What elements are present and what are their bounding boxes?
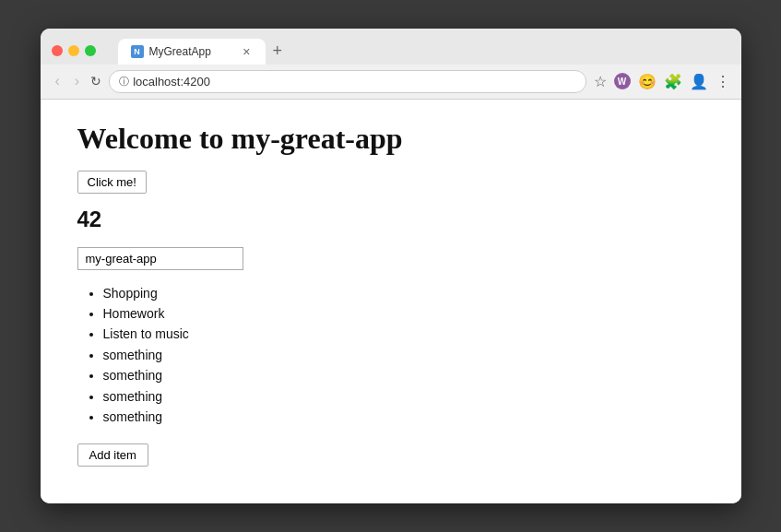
bookmark-icon[interactable]: ☆ xyxy=(594,73,607,90)
click-me-button[interactable]: Click me! xyxy=(77,171,147,194)
profile-avatar-1[interactable]: W xyxy=(614,73,631,89)
list-item: Listen to music xyxy=(103,324,704,344)
list-item: something xyxy=(103,365,704,385)
tab-close-button[interactable]: × xyxy=(241,44,252,59)
emoji-icon: 😊 xyxy=(638,73,657,90)
new-tab-button[interactable]: + xyxy=(266,38,290,65)
toolbar-icons: ☆ W 😊 🧩 👤 ⋮ xyxy=(594,73,730,90)
list-item: Shopping xyxy=(103,283,704,303)
browser-tab[interactable]: N MyGreatApp × xyxy=(118,39,266,65)
forward-button[interactable]: › xyxy=(71,71,83,91)
tab-favicon: N xyxy=(131,45,144,58)
close-window-button[interactable] xyxy=(52,45,63,56)
counter-value: 42 xyxy=(77,207,704,232)
page-title: Welcome to my-great-app xyxy=(77,122,704,156)
user-icon[interactable]: 👤 xyxy=(690,73,708,90)
add-item-button[interactable]: Add item xyxy=(77,443,148,467)
maximize-window-button[interactable] xyxy=(85,45,96,56)
todo-list: ShoppingHomeworkListen to musicsomething… xyxy=(77,283,704,428)
page-content: Welcome to my-great-app Click me! 42 Sho… xyxy=(41,100,741,504)
url-text: localhost:4200 xyxy=(133,75,210,89)
refresh-button[interactable]: ↻ xyxy=(90,74,101,89)
back-button[interactable]: ‹ xyxy=(52,71,64,91)
tab-bar: N MyGreatApp × + xyxy=(118,38,730,65)
browser-titlebar: N MyGreatApp × + xyxy=(41,29,741,65)
list-item: something xyxy=(103,345,704,365)
lock-icon: ⓘ xyxy=(119,75,129,89)
url-bar[interactable]: ⓘ localhost:4200 xyxy=(109,70,586,93)
list-item: Homework xyxy=(103,303,704,324)
menu-icon[interactable]: ⋮ xyxy=(716,73,730,90)
list-item: something xyxy=(103,407,704,427)
extensions-icon[interactable]: 🧩 xyxy=(664,73,682,90)
minimize-window-button[interactable] xyxy=(68,45,79,56)
app-name-input[interactable] xyxy=(77,247,243,270)
tab-title: MyGreatApp xyxy=(149,45,236,58)
browser-window: N MyGreatApp × + ‹ › ↻ ⓘ localhost:4200 … xyxy=(41,29,741,504)
list-item: something xyxy=(103,386,704,407)
address-bar: ‹ › ↻ ⓘ localhost:4200 ☆ W 😊 🧩 👤 ⋮ xyxy=(41,65,741,100)
